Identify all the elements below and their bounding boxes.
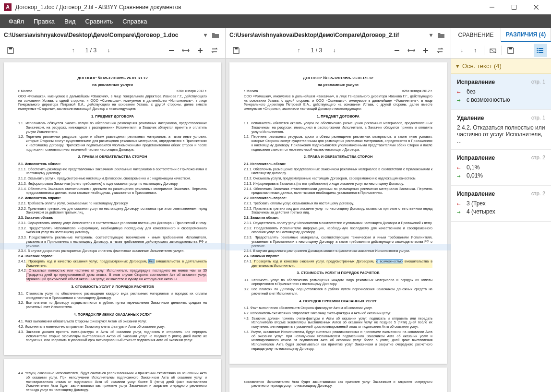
left-prev-page-icon[interactable]: ↑ [67, 44, 80, 57]
diff-prev-icon[interactable]: ↓ [455, 44, 468, 57]
svg-point-18 [537, 48, 538, 48]
diff-group-header[interactable]: ▾ Осн. текст (4) [451, 59, 551, 74]
diff-list-view-icon[interactable] [534, 44, 547, 57]
arrow-right-icon: → [457, 96, 464, 104]
diff-highlight-left: без [149, 260, 154, 263]
svg-rect-8 [235, 48, 238, 49]
menu-file[interactable]: Файл [4, 14, 29, 28]
right-prev-page-icon[interactable]: ↑ [292, 44, 306, 57]
right-zoom-in-icon[interactable] [419, 44, 432, 57]
collapse-icon: ▾ [456, 62, 459, 70]
diff-card-4[interactable]: Исправлениестр. 2 ←3 (Трех →4 (четырех [451, 186, 551, 222]
left-zoom-out-icon[interactable] [165, 44, 178, 57]
maximize-button[interactable] [503, 0, 525, 14]
right-file-path: C:\Users\avishnyakova\Desktop\Демо\Compa… [229, 32, 427, 38]
right-page-1: ДОГОВОР № 65-1201/059- 26.01.R1.12 на ре… [229, 62, 447, 364]
left-file-path: C:\Users\avishnyakova\Desktop\Демо\Compa… [4, 32, 201, 38]
diff-card-1[interactable]: Исправлениестр. 1 ←без →с возможностью [451, 74, 551, 110]
left-swap-icon[interactable] [208, 44, 221, 57]
diff-card-2[interactable]: Удалениестр. 1 2.4.2. Отказаться полност… [451, 110, 551, 150]
toolbar: ↑ 1 / 3 ↓ ↑ 1 / 3 ↓ ↓ ↑ [0, 42, 551, 59]
right-page-2: выставления Исполнителем Акта будет засч… [229, 368, 447, 392]
right-save-button[interactable] [229, 44, 243, 57]
right-next-page-icon[interactable]: ↓ [328, 44, 341, 57]
left-save-button[interactable] [4, 44, 17, 57]
left-path-dropdown[interactable]: ▾ [201, 32, 210, 38]
window-title: Договор_1.doc / Договор_2.tif - ABBYY Ср… [15, 4, 481, 11]
svg-point-20 [537, 51, 538, 52]
left-page-1: ДОГОВОР № 65-1201/059- 26.01.R1.12 на ре… [4, 62, 221, 355]
left-page-indicator: 1 / 3 [84, 47, 98, 54]
right-page-indicator: 1 / 3 [310, 47, 324, 54]
left-zoom-in-icon[interactable] [193, 44, 207, 57]
diff-ignore-icon[interactable] [486, 44, 500, 57]
left-next-page-icon[interactable]: ↓ [102, 44, 116, 57]
right-swap-icon[interactable] [433, 44, 447, 57]
svg-rect-4 [9, 48, 12, 49]
diff-save-icon[interactable] [504, 44, 517, 57]
diff-card-3[interactable]: Исправлениестр. 2 ←0,1% →0,01% [451, 150, 551, 186]
svg-line-13 [490, 49, 496, 53]
deletion-highlight: 2.4.2. Отказаться полностью или частично… [26, 269, 207, 281]
menu-edit[interactable]: Правка [29, 14, 60, 28]
arrow-left-icon: ← [457, 88, 464, 95]
diff-highlight-right: с возможностью [376, 260, 403, 263]
right-document-pane[interactable]: ДОГОВОР № 65-1201/059- 26.01.R1.12 на ре… [226, 59, 451, 392]
left-open-folder-icon[interactable] [210, 30, 221, 40]
close-button[interactable] [525, 0, 547, 14]
arrow-right-icon: → [457, 208, 464, 215]
menu-help[interactable]: Справка [118, 14, 152, 28]
svg-point-19 [537, 49, 538, 50]
minimize-button[interactable] [481, 0, 503, 14]
right-path-dropdown[interactable]: ▾ [427, 32, 435, 38]
left-page-2: 4.4. Услуги, оказанные Исполнителем, буд… [4, 359, 221, 392]
diff-next-icon[interactable]: ↑ [468, 44, 482, 57]
menu-compare[interactable]: Сравнить [80, 14, 118, 28]
titlebar: А Договор_1.doc / Договор_2.tif - ABBYY … [0, 0, 551, 14]
app-icon: А [4, 3, 12, 11]
differences-panel: ▾ Осн. текст (4) Исправлениестр. 1 ←без … [451, 59, 551, 392]
arrow-left-icon: ← [457, 200, 464, 207]
menu-view[interactable]: Вид [60, 14, 81, 28]
pathbar: C:\Users\avishnyakova\Desktop\Демо\Compa… [0, 28, 551, 42]
svg-rect-14 [509, 48, 512, 49]
arrow-left-icon: ← [457, 164, 464, 171]
main-area: ДОГОВОР № 65-1201/059- 26.01.R1.12 на ре… [0, 59, 551, 392]
right-fit-width-icon[interactable] [405, 44, 418, 57]
left-fit-width-icon[interactable] [179, 44, 192, 57]
right-zoom-out-icon[interactable] [390, 44, 404, 57]
tab-compare[interactable]: СРАВНЕНИЕ [451, 28, 501, 42]
tab-differences[interactable]: РАЗЛИЧИЯ (4) [501, 28, 551, 42]
svg-rect-1 [512, 5, 516, 9]
menubar: Файл Правка Вид Сравнить Справка [0, 14, 551, 28]
right-open-folder-icon[interactable] [435, 30, 447, 40]
left-document-pane[interactable]: ДОГОВОР № 65-1201/059- 26.01.R1.12 на ре… [0, 59, 226, 392]
arrow-right-icon: → [457, 172, 464, 179]
